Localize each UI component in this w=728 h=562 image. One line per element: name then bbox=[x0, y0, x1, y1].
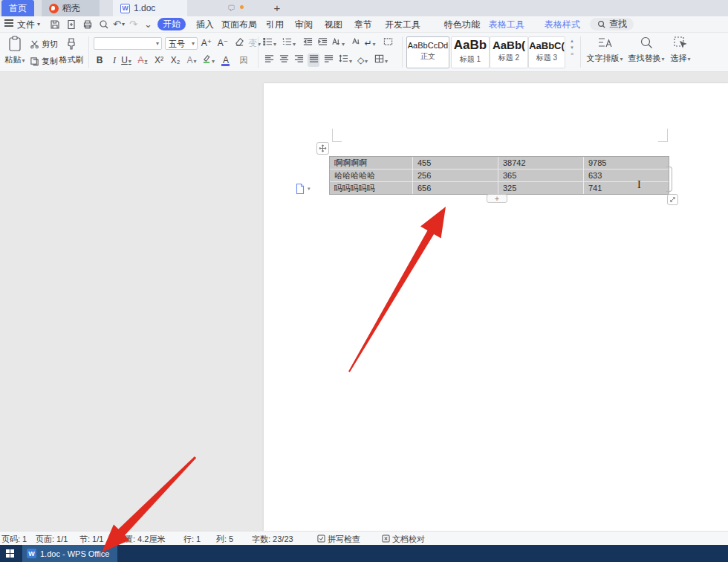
document-table[interactable]: 啊啊啊啊 455 38742 9785 哈哈哈哈哈 256 365 633 吗吗… bbox=[329, 156, 669, 195]
table-cell[interactable]: 365 bbox=[498, 169, 583, 181]
text-effects-button[interactable]: A bbox=[186, 54, 198, 67]
table-cell[interactable]: 吗吗吗吗吗 bbox=[330, 182, 412, 194]
menu-tab-special-features[interactable]: 特色功能 bbox=[444, 16, 480, 33]
menu-tab-references[interactable]: 引用 bbox=[266, 16, 284, 33]
taskbar-app-wps[interactable]: W 1.doc - WPS Office bbox=[22, 545, 117, 562]
bullet-list-button[interactable] bbox=[263, 36, 276, 50]
strikethrough-button[interactable]: A bbox=[137, 54, 149, 67]
paragraph-layout-button[interactable] bbox=[382, 36, 394, 50]
underline-button[interactable]: U bbox=[120, 54, 132, 67]
menu-tab-developer[interactable]: 开发工具 bbox=[385, 16, 420, 33]
select-button[interactable]: 选择 bbox=[667, 35, 694, 64]
table-cell[interactable]: 633 bbox=[584, 169, 669, 181]
undo-caret-icon[interactable]: ▾ bbox=[122, 16, 125, 33]
find-replace-button[interactable]: 查找替换 bbox=[627, 35, 666, 64]
file-menu[interactable]: 文件 bbox=[17, 16, 35, 33]
new-tab-button[interactable]: + bbox=[269, 0, 285, 16]
subscript-button[interactable]: X₂ bbox=[169, 54, 181, 67]
tab-document[interactable]: W 1.doc bbox=[113, 0, 187, 16]
text-layout-button[interactable]: 文字排版 bbox=[585, 35, 624, 64]
undo-icon[interactable]: ↶ bbox=[113, 16, 121, 33]
increase-indent-button[interactable] bbox=[316, 36, 328, 50]
font-name-combo[interactable]: ▾ bbox=[94, 37, 162, 50]
table-cell[interactable]: 9785 bbox=[584, 157, 669, 169]
numbered-list-button[interactable] bbox=[282, 36, 296, 50]
print-preview-icon[interactable] bbox=[98, 19, 110, 30]
style-gallery-scroll[interactable]: ▴ ▾ ≡ bbox=[568, 37, 576, 57]
cut-button[interactable]: 剪切 bbox=[30, 39, 58, 50]
paste-options-popup[interactable]: ▾ bbox=[295, 183, 311, 195]
table-cell[interactable]: 256 bbox=[413, 169, 498, 181]
table-move-handle[interactable] bbox=[316, 142, 329, 155]
table-cell[interactable]: 741 bbox=[584, 182, 669, 194]
export-pdf-icon[interactable] bbox=[65, 19, 77, 30]
italic-button[interactable]: I bbox=[108, 54, 120, 67]
style-normal[interactable]: AaBbCcDd 正文 bbox=[406, 36, 449, 68]
table-cell[interactable]: 啊啊啊啊 bbox=[330, 157, 412, 169]
text-direction-button[interactable] bbox=[349, 36, 361, 50]
start-button[interactable] bbox=[0, 545, 21, 562]
style-heading3[interactable]: AaBbC( 标题 3 bbox=[528, 36, 565, 68]
menu-tab-table-style[interactable]: 表格样式 bbox=[545, 16, 580, 33]
tab-docer[interactable]: 稻壳 bbox=[42, 0, 100, 16]
table-add-row-button[interactable]: + bbox=[487, 194, 507, 203]
gallery-up-icon[interactable]: ▴ bbox=[568, 37, 576, 44]
menu-tab-insert[interactable]: 插入 bbox=[196, 16, 214, 33]
align-center-button[interactable] bbox=[278, 54, 290, 67]
table-cell[interactable]: 656 bbox=[413, 182, 498, 194]
shading-button[interactable]: ◇ bbox=[357, 54, 368, 67]
menu-tab-table-tools[interactable]: 表格工具 bbox=[489, 16, 524, 33]
enclose-character-button[interactable]: 因 bbox=[238, 54, 250, 67]
distribute-button[interactable] bbox=[322, 54, 334, 67]
save-icon[interactable] bbox=[49, 19, 61, 30]
redo-icon[interactable]: ↷ bbox=[129, 16, 137, 33]
decrease-font-button[interactable]: A⁻ bbox=[217, 36, 229, 50]
file-menu-caret-icon[interactable]: ▾ bbox=[37, 16, 40, 33]
increase-font-button[interactable]: A⁺ bbox=[201, 36, 212, 50]
table-cell[interactable]: 455 bbox=[413, 157, 498, 169]
align-left-button[interactable] bbox=[263, 54, 275, 67]
table-cell[interactable]: 38742 bbox=[498, 157, 583, 169]
menu-tab-page-layout[interactable]: 页面布局 bbox=[221, 16, 257, 33]
style-heading2[interactable]: AaBb( 标题 2 bbox=[490, 36, 528, 68]
document-page[interactable] bbox=[264, 83, 728, 531]
menu-tab-view[interactable]: 视图 bbox=[325, 16, 342, 33]
main-menu-icon[interactable] bbox=[4, 17, 13, 33]
clear-format-button[interactable] bbox=[233, 36, 245, 50]
tab-home[interactable]: 首页 bbox=[1, 0, 34, 16]
align-right-button[interactable] bbox=[293, 54, 305, 67]
doc-proof-toggle[interactable]: 文档校对 bbox=[382, 532, 425, 546]
menu-tab-section[interactable]: 章节 bbox=[354, 16, 372, 33]
font-color-button[interactable]: A bbox=[220, 54, 232, 67]
decrease-indent-button[interactable] bbox=[302, 36, 313, 50]
change-case-button[interactable]: 变 bbox=[248, 36, 261, 50]
menu-tab-home[interactable]: 开始 bbox=[157, 18, 186, 30]
table-resize-handle[interactable] bbox=[667, 194, 678, 205]
table-cell[interactable]: 哈哈哈哈哈 bbox=[330, 169, 412, 181]
borders-button[interactable] bbox=[374, 54, 388, 67]
spell-check-toggle[interactable]: 拼写检查 bbox=[317, 532, 360, 546]
search-box[interactable]: 查找 bbox=[590, 18, 634, 30]
style-heading1[interactable]: AaBb 标题 1 bbox=[451, 36, 490, 68]
wrap-break-button[interactable]: ↵ bbox=[364, 36, 376, 50]
paste-button[interactable]: 粘贴 bbox=[3, 35, 27, 65]
table-cell[interactable]: 325 bbox=[498, 182, 583, 194]
line-spacing-button[interactable] bbox=[339, 54, 352, 67]
bold-button[interactable]: B bbox=[94, 54, 105, 67]
highlight-color-button[interactable] bbox=[202, 54, 215, 67]
paste-label: 粘贴 bbox=[4, 55, 25, 64]
superscript-button[interactable]: X² bbox=[153, 54, 165, 67]
align-justify-button[interactable] bbox=[308, 54, 319, 67]
status-word-count[interactable]: 字数: 23/23 bbox=[252, 532, 293, 546]
ribbon-collapse-icon[interactable]: ⌄ bbox=[144, 16, 152, 33]
print-icon[interactable] bbox=[82, 19, 94, 30]
copy-button[interactable]: 复制 bbox=[30, 56, 58, 67]
format-painter-button[interactable]: 格式刷 bbox=[58, 35, 85, 65]
character-scale-button[interactable] bbox=[331, 36, 345, 50]
gallery-down-icon[interactable]: ▾ bbox=[568, 44, 576, 51]
menu-tab-review[interactable]: 审阅 bbox=[295, 16, 313, 33]
gallery-more-icon[interactable]: ≡ bbox=[568, 51, 576, 57]
font-size-combo[interactable]: 五号▾ bbox=[165, 37, 198, 50]
feedback-bubble-icon[interactable]: 🗩 bbox=[227, 4, 235, 13]
text-layout-label: 文字排版 bbox=[586, 54, 623, 62]
